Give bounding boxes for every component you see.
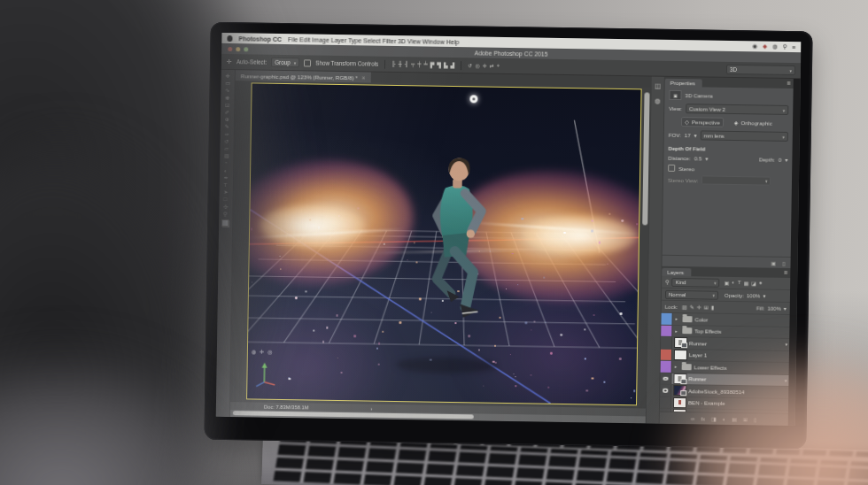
properties-footer-icon[interactable]: ▯ [782,259,785,266]
layer-expand-chevron-icon[interactable]: ▾ [786,342,788,347]
stereo-checkbox[interactable] [668,165,675,172]
align-icon[interactable]: ╫ [398,61,401,67]
tab-properties[interactable]: Properties [665,79,702,88]
close-tab-icon[interactable]: × [362,74,366,81]
menubar-status-icon[interactable]: ◍ [772,43,778,50]
scale-widget-icon[interactable]: ◎ [267,349,272,355]
3d-mode-icon[interactable]: ✛ [483,63,487,69]
menu-item[interactable]: 3D [398,38,406,44]
3d-mode-icon[interactable]: ◎ [475,62,479,68]
layer-thumbnail[interactable] [674,386,686,395]
tab-layers[interactable]: Layers [662,268,691,277]
layer-thumbnail[interactable] [682,327,692,334]
layer-name[interactable]: Top Effects [694,328,721,335]
layer-thumbnail[interactable] [674,374,686,383]
3d-mode-icon[interactable]: ↺ [468,62,472,68]
fill-value[interactable]: 100% [767,305,780,311]
layer-filter-dropdown[interactable]: Kind▾ [672,277,720,287]
chevron-down-icon[interactable]: ▾ [694,132,697,138]
align-icon[interactable]: ▜ [437,62,441,68]
layer-name[interactable]: Color [694,316,708,322]
layer-visibility-toggle[interactable] [661,313,672,325]
lock-icon[interactable]: ▮ [711,304,714,311]
lock-icon[interactable]: ▨ [682,304,687,310]
vertical-scrollbar[interactable] [642,92,649,225]
disclosure-triangle-icon[interactable]: ▸ [675,316,679,321]
layer-thumbnail[interactable] [682,316,692,322]
align-icon[interactable]: ▛ [430,62,435,68]
menu-item[interactable]: Filter [383,37,397,43]
artwork[interactable]: ◍ ✛ ◎ [246,82,642,405]
menubar-status-icon[interactable]: ⚲ [783,43,787,50]
properties-footer-icon[interactable]: ▣ [771,259,777,266]
panel-menu-icon[interactable]: ≣ [784,270,788,275]
chevron-down-icon[interactable]: ▾ [784,305,787,312]
menubar-status-icon[interactable]: ◆ [763,42,767,50]
menu-item[interactable]: Type [348,37,361,43]
camera-view-dropdown[interactable]: Custom View 2▾ [686,104,788,115]
layer-filter-icon[interactable]: ▦ [744,280,749,286]
layer-visibility-toggle[interactable] [660,385,671,396]
layer-visibility-toggle[interactable] [661,361,672,373]
show-transform-checkbox[interactable] [304,59,311,66]
3d-mode-icon[interactable]: ⌖ [497,63,500,69]
workspace-dropdown[interactable]: 3D▾ [726,65,795,75]
chevron-down-icon[interactable]: ▾ [785,157,787,163]
align-icon[interactable]: ╧ [424,61,428,67]
align-icon[interactable]: ╤ [411,61,415,67]
dock-panel-icon[interactable]: ◫ [655,82,661,90]
layer-thumbnail[interactable] [682,364,692,370]
layer-filter-icon[interactable]: ▣ [725,280,730,286]
distance-value[interactable]: 0.5 [694,155,702,161]
chevron-down-icon[interactable]: ▾ [763,293,765,299]
panel-menu-icon[interactable]: ≣ [787,81,791,86]
layer-thumbnail[interactable] [675,338,686,347]
align-icon[interactable]: ▟ [451,62,455,68]
perspective-button[interactable]: ◇ Perspective [681,117,724,127]
layer-name[interactable]: Layer 1 [689,351,707,358]
depth-value[interactable]: 0 [779,157,782,163]
menu-item[interactable]: Layer [331,36,347,42]
lock-icon[interactable]: ⊞ [704,304,709,310]
3d-mode-icon[interactable]: ⇄ [490,63,494,69]
disclosure-triangle-icon[interactable]: ▸ [675,328,679,334]
status-chevron-icon[interactable]: › [370,405,372,411]
menu-item[interactable]: Select [363,37,381,43]
blend-mode-dropdown[interactable]: Normal▾ [665,289,718,299]
align-icon[interactable]: ╪ [417,61,421,67]
layer-filter-icon[interactable]: ◐ [732,280,735,286]
fov-value[interactable]: 17 [685,132,691,138]
menu-item[interactable]: Edit [299,36,310,42]
layer-filter-icon[interactable]: ◪ [751,280,756,286]
document-area: Runner-graphic.psd @ 123% (Runner, RGB/8… [230,70,651,423]
lock-icon[interactable]: ✎ [690,304,694,310]
layer-name[interactable]: Runner [689,340,707,346]
layer-filter-icon[interactable]: T [738,280,741,286]
layer-thumbnail[interactable] [675,350,686,359]
orthographic-button[interactable]: ◈ Orthographic [731,118,776,128]
layer-visibility-toggle[interactable] [660,396,671,408]
layer-filter-icon[interactable]: ● [759,280,763,286]
menu-item[interactable]: File [288,36,298,42]
menu-item[interactable]: Help [446,38,460,44]
lens-dropdown[interactable]: mm lens▾ [701,130,788,142]
auto-select-dropdown[interactable]: Group▾ [271,58,299,68]
chevron-down-icon[interactable]: ▾ [705,155,708,161]
menubar-status-icon[interactable]: ◉ [752,42,757,50]
align-icon[interactable]: ╢ [405,61,408,67]
layer-visibility-toggle[interactable] [661,349,672,360]
menubar-status-icon[interactable]: ≡ [793,44,796,50]
menu-item[interactable]: View [407,38,421,44]
disclosure-triangle-icon[interactable]: ▸ [675,364,679,369]
layer-visibility-toggle[interactable] [661,325,672,336]
align-icon[interactable]: ▙ [444,62,448,68]
dock-panel-icon[interactable]: ◍ [655,97,661,105]
opacity-value[interactable]: 100% [747,293,760,298]
menu-item[interactable]: Window [422,38,445,44]
3d-light-widget[interactable] [469,95,477,103]
lock-icon[interactable]: ✛ [697,304,701,310]
align-icon[interactable]: ╟ [391,61,395,67]
layer-visibility-toggle[interactable] [660,373,671,384]
layer-visibility-toggle[interactable] [661,337,672,349]
menu-item[interactable]: Image [312,36,329,42]
